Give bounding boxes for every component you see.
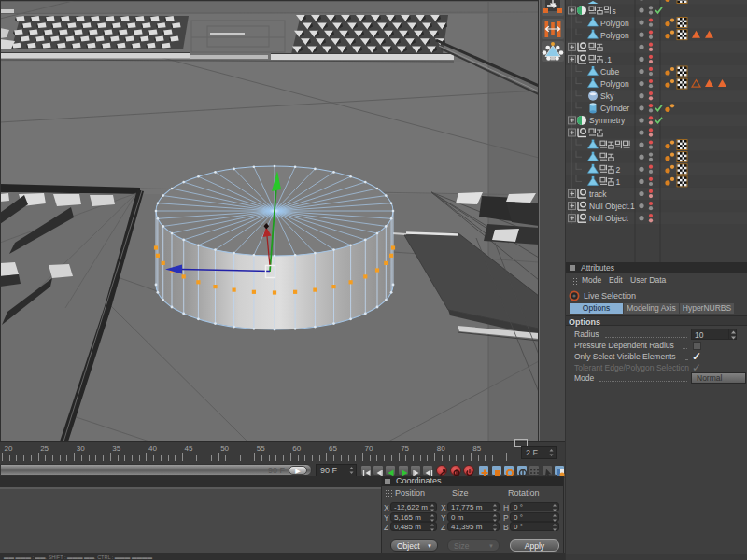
svg-text:Symmetry: Symmetry [589, 116, 626, 125]
svg-text:Polygon: Polygon [600, 19, 629, 28]
svg-text:track: track [589, 189, 607, 199]
svg-text:1: 1 [615, 177, 620, 187]
svg-text:2: 2 [615, 165, 620, 175]
svg-text:s: s [613, 7, 616, 16]
svg-text:Polygon: Polygon [600, 79, 629, 89]
svg-text:Polygon: Polygon [600, 31, 629, 40]
svg-text:Sky: Sky [600, 91, 614, 101]
svg-text:Null Object: Null Object [589, 214, 628, 223]
svg-text:Cylinder: Cylinder [600, 104, 629, 113]
svg-text:1: 1 [607, 55, 612, 64]
svg-text:Cube: Cube [600, 67, 620, 77]
svg-text:Null Object.1: Null Object.1 [589, 202, 635, 211]
